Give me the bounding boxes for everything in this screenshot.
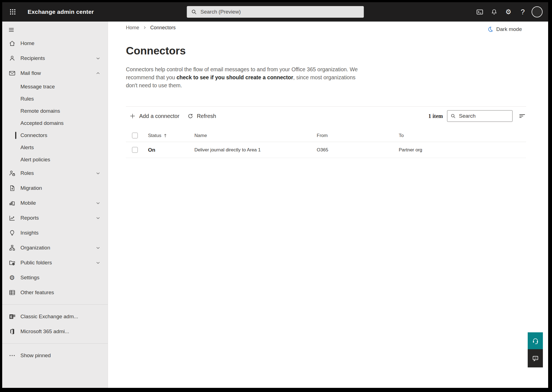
column-label: From xyxy=(317,133,328,138)
item-count: 1 item xyxy=(428,113,443,119)
sidebar-item-label: Organization xyxy=(20,245,50,251)
office-logo-icon xyxy=(8,328,16,335)
sidebar-item-recipients[interactable]: Recipients xyxy=(2,51,108,66)
screenshot-frame: Exchange admin center xyxy=(0,0,552,392)
search-icon xyxy=(191,9,197,15)
global-search-box[interactable] xyxy=(187,6,364,18)
dark-mode-toggle[interactable]: Dark mode xyxy=(487,26,522,33)
sidebar-item-message-trace[interactable]: Message trace xyxy=(2,81,108,93)
table-grid-icon xyxy=(8,289,16,296)
sidebar-item-label: Roles xyxy=(20,170,34,176)
chevron-down-icon xyxy=(95,200,101,206)
help-button[interactable]: ? xyxy=(516,2,530,22)
sidebar-item-alerts[interactable]: Alerts xyxy=(2,141,108,154)
row-to: Partner org xyxy=(399,147,526,153)
column-header-from[interactable]: From xyxy=(317,133,399,138)
sidebar-item-migration[interactable]: Migration xyxy=(2,181,108,196)
sidebar-item-label: Insights xyxy=(20,230,38,236)
table-row[interactable]: On Deliver journal directly to Area 1 O3… xyxy=(126,142,526,158)
main-content: Home Connectors Dark mode Connectors Con… xyxy=(108,22,548,388)
plus-icon xyxy=(129,112,136,120)
sidebar-divider xyxy=(2,343,108,344)
column-header-status[interactable]: Status xyxy=(148,133,194,138)
chevron-down-icon xyxy=(95,55,101,61)
sidebar-item-label: Classic Exchange adm... xyxy=(20,314,78,320)
person-icon xyxy=(8,55,16,62)
page-description: Connectors help control the flow of emai… xyxy=(126,65,361,90)
sidebar-item-other-features[interactable]: Other features xyxy=(2,285,108,300)
sidebar-item-label: Migration xyxy=(20,185,42,191)
list-search-input[interactable] xyxy=(459,113,509,119)
sidebar-item-label: Reports xyxy=(20,215,39,221)
page-title: Connectors xyxy=(126,45,548,57)
sidebar-nav: Home Recipients Mai xyxy=(2,22,108,388)
column-header-to[interactable]: To xyxy=(399,133,526,138)
sidebar-item-label: Message trace xyxy=(20,84,55,90)
sidebar-item-roles[interactable]: Roles xyxy=(2,166,108,181)
sidebar-item-label: Home xyxy=(20,40,35,46)
column-label: Name xyxy=(194,133,207,138)
filter-button[interactable] xyxy=(518,112,526,120)
sidebar-item-remote-domains[interactable]: Remote domains xyxy=(2,105,108,117)
sidebar-item-organization[interactable]: Organization xyxy=(2,240,108,255)
sidebar-item-label: Alert policies xyxy=(20,157,50,163)
sidebar-item-reports[interactable]: Reports xyxy=(2,211,108,225)
sidebar-item-label: Public folders xyxy=(20,260,52,266)
sidebar-item-label: Accepted domains xyxy=(20,120,64,126)
sidebar-item-label: Other features xyxy=(20,290,54,296)
refresh-button[interactable]: Refresh xyxy=(187,113,216,120)
sidebar-item-label: Remote domains xyxy=(20,108,60,114)
powershell-button[interactable] xyxy=(472,2,487,22)
column-header-name[interactable]: Name xyxy=(194,133,317,138)
sidebar-item-classic-exchange[interactable]: Classic Exchange adm... xyxy=(2,309,108,324)
settings-button[interactable]: ⚙ xyxy=(501,2,516,22)
add-connector-button[interactable]: Add a connector xyxy=(129,112,179,120)
app-title: Exchange admin center xyxy=(28,9,94,15)
row-checkbox[interactable] xyxy=(132,147,138,153)
sidebar-item-label: Microsoft 365 admi... xyxy=(20,328,69,335)
create-connector-link[interactable]: check to see if you should create a conn… xyxy=(176,74,293,80)
sidebar-item-settings[interactable]: ⚙ Settings xyxy=(2,270,108,285)
app-launcher-button[interactable] xyxy=(6,2,20,22)
person-briefcase-icon xyxy=(8,170,16,177)
sidebar-item-label: Mobile xyxy=(20,200,36,206)
sidebar-item-label: Recipients xyxy=(20,55,45,61)
sidebar-item-connectors[interactable]: Connectors xyxy=(2,129,108,141)
notifications-button[interactable] xyxy=(487,2,501,22)
lightbulb-icon xyxy=(8,229,16,236)
chevron-down-icon xyxy=(95,260,101,266)
support-button[interactable] xyxy=(528,332,543,349)
top-bar: Exchange admin center xyxy=(2,2,548,22)
sidebar-item-accepted-domains[interactable]: Accepted domains xyxy=(2,117,108,129)
sidebar-item-alert-policies[interactable]: Alert policies xyxy=(2,154,108,166)
search-icon xyxy=(450,113,456,119)
sidebar-item-mail-flow[interactable]: Mail flow xyxy=(2,66,108,81)
refresh-icon xyxy=(187,113,194,120)
breadcrumb: Home Connectors xyxy=(126,22,548,31)
sort-up-arrow-icon xyxy=(163,133,167,138)
select-all-checkbox[interactable] xyxy=(132,133,138,138)
collapse-nav-button[interactable] xyxy=(5,24,18,36)
sidebar-item-public-folders[interactable]: Public folders xyxy=(2,255,108,270)
topbar-actions: ⚙ ? xyxy=(472,2,544,22)
sidebar-item-mobile[interactable]: Mobile xyxy=(2,196,108,211)
breadcrumb-home-link[interactable]: Home xyxy=(126,25,139,31)
sidebar-item-m365-admin[interactable]: Microsoft 365 admi... xyxy=(2,324,108,339)
chevron-down-icon xyxy=(95,245,101,251)
chevron-down-icon xyxy=(95,170,101,176)
sidebar-item-label: Rules xyxy=(20,96,34,102)
row-from: O365 xyxy=(317,147,399,153)
row-name[interactable]: Deliver journal directly to Area 1 xyxy=(194,147,317,153)
sidebar-item-rules[interactable]: Rules xyxy=(2,93,108,105)
sidebar-item-show-pinned[interactable]: Show pinned xyxy=(2,348,108,363)
global-search-input[interactable] xyxy=(200,9,360,15)
list-search-box[interactable] xyxy=(447,110,513,122)
sidebar-divider xyxy=(2,304,108,305)
chevron-right-icon xyxy=(142,25,147,30)
app-window: Exchange admin center xyxy=(2,2,548,388)
floating-buttons xyxy=(528,332,543,367)
sidebar-item-home[interactable]: Home xyxy=(2,36,108,51)
sidebar-item-insights[interactable]: Insights xyxy=(2,225,108,240)
account-button[interactable] xyxy=(530,2,544,22)
feedback-button[interactable] xyxy=(528,349,543,367)
